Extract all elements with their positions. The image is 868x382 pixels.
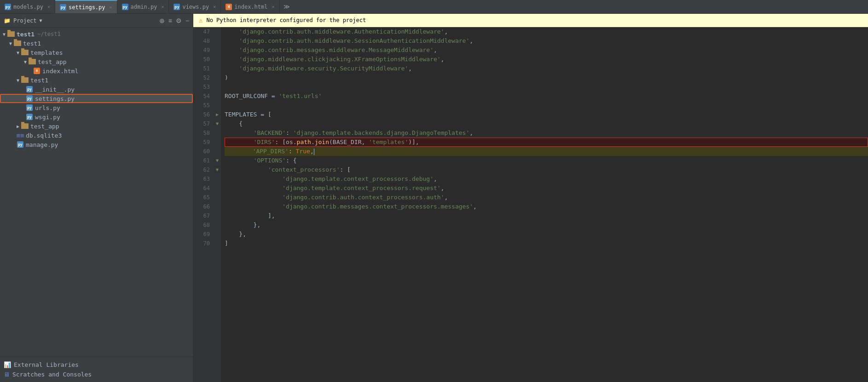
- tab-views[interactable]: py views.py ✕: [169, 0, 221, 13]
- py-file-icon: py: [26, 113, 33, 121]
- code-line-47: 'django.contrib.auth.middleware.Authenti…: [225, 27, 868, 36]
- sidebar-header: 📁 Project ▼ ⊕ ≡ ⚙ −: [0, 14, 193, 28]
- tree-item-urls[interactable]: py urls.py: [0, 103, 193, 112]
- tree-item-test-app[interactable]: ▼ test_app: [0, 57, 193, 66]
- code-area[interactable]: 47 48 49 50 51 52 53 54 55 56 57 58 59 6…: [193, 27, 868, 382]
- tab-models-label: models.py: [13, 4, 43, 10]
- folder-expand-icon: ▶: [17, 124, 19, 129]
- code-gutter: ▶ ▼ ▼ ▼: [214, 27, 221, 382]
- tab-bar: py models.py ✕ py settings.py ✕ py admin…: [0, 0, 868, 14]
- tab-more[interactable]: ≫: [280, 3, 294, 10]
- sidebar-title-label: Project: [13, 17, 37, 24]
- code-content[interactable]: 'django.contrib.auth.middleware.Authenti…: [221, 27, 868, 382]
- py-file-icon: py: [26, 95, 33, 102]
- folder-icon: [21, 76, 29, 84]
- code-line-52: ): [225, 73, 868, 82]
- tab-index-close[interactable]: ✕: [272, 4, 274, 9]
- tree-item-index-html[interactable]: H index.html: [0, 66, 193, 75]
- code-line-54: ROOT_URLCONF = 'test1.urls': [225, 92, 868, 101]
- sidebar-footer: 📊 External Libraries 🖥 Scratches and Con…: [0, 357, 193, 382]
- tab-index[interactable]: H index.html ✕: [221, 0, 279, 13]
- code-line-68: },: [225, 220, 868, 230]
- sidebar-scratches[interactable]: 🖥 Scratches and Consoles: [4, 370, 189, 379]
- tree-item-label: db.sqlite3: [26, 132, 62, 139]
- tree-item-test-app2[interactable]: ▶ test_app: [0, 122, 193, 131]
- tab-admin-label: admin.py: [131, 4, 157, 10]
- tree-item-test1-inner[interactable]: ▼ test1: [0, 75, 193, 85]
- file-tree: ▼ test1 ~/test1 ▼ test1 ▼ templates ▼: [0, 28, 193, 357]
- tab-views-close[interactable]: ✕: [213, 4, 216, 9]
- tab-settings[interactable]: py settings.py ✕: [55, 0, 117, 13]
- tab-models-close[interactable]: ✕: [47, 4, 50, 9]
- sidebar-title[interactable]: 📁 Project ▼: [4, 17, 42, 24]
- code-line-66: 'django.contrib.messages.context_process…: [225, 202, 868, 211]
- tree-item-init[interactable]: py __init__.py: [0, 85, 193, 94]
- code-line-67: ],: [225, 211, 868, 220]
- tree-item-label: test_app: [30, 123, 59, 130]
- scratches-label: Scratches and Consoles: [12, 371, 92, 378]
- folder-expand-icon: ▼: [17, 50, 19, 55]
- code-line-59: 'DIRS': [os.path.join(BASE_DIR, 'templat…: [225, 138, 868, 147]
- tree-item-label: templates: [30, 49, 63, 56]
- code-line-61: 'OPTIONS': {: [225, 156, 868, 165]
- folder-icon: [21, 49, 29, 56]
- tree-item-label: index.html: [42, 68, 78, 75]
- py-file-icon: py: [26, 86, 33, 93]
- tab-settings-label: settings.py: [69, 4, 105, 11]
- tree-item-inner-test1[interactable]: ▼ test1: [0, 39, 193, 48]
- folder-expand-icon: ▼: [3, 32, 6, 37]
- project-icon: 📁: [4, 17, 11, 24]
- tree-item-label: __init__.py: [35, 86, 75, 93]
- html-file-icon: H: [33, 67, 41, 75]
- warning-icon: ⚠: [199, 17, 203, 24]
- code-line-62: 'context_processors': [: [225, 165, 868, 174]
- tree-item-path: ~/test1: [37, 31, 61, 37]
- folder-icon: [14, 40, 21, 47]
- warning-text: No Python interpreter configured for the…: [206, 17, 366, 23]
- folder-expand-icon: ▼: [24, 59, 27, 64]
- code-line-51: 'django.middleware.security.SecurityMidd…: [225, 64, 868, 73]
- tree-item-templates[interactable]: ▼ templates: [0, 48, 193, 57]
- sidebar-actions: ⊕ ≡ ⚙ −: [159, 17, 189, 24]
- bars-icon: 📊: [4, 361, 11, 368]
- close-button[interactable]: −: [185, 17, 189, 24]
- tree-item-db[interactable]: ≡≡ db.sqlite3: [0, 131, 193, 140]
- tab-index-label: index.html: [234, 4, 267, 10]
- tab-settings-close[interactable]: ✕: [110, 5, 112, 10]
- folder-icon: [21, 122, 29, 130]
- code-line-50: 'django.middleware.clickjacking.XFrameOp…: [225, 55, 868, 64]
- tree-item-settings[interactable]: py settings.py: [0, 94, 193, 103]
- folder-expand-icon: ▼: [17, 78, 19, 83]
- chevron-down-icon: ▼: [40, 18, 42, 23]
- tab-models[interactable]: py models.py ✕: [0, 0, 55, 13]
- code-line-60: 'APP_DIRS': True,: [225, 147, 868, 156]
- settings-button[interactable]: ⚙: [176, 17, 182, 24]
- folder-expand-icon: ▼: [9, 41, 12, 46]
- code-line-53: [225, 82, 868, 92]
- code-line-48: 'django.contrib.auth.middleware.SessionA…: [225, 36, 868, 46]
- tree-item-manage[interactable]: py manage.py: [0, 140, 193, 149]
- collapse-button[interactable]: ≡: [168, 17, 172, 24]
- main-area: 📁 Project ▼ ⊕ ≡ ⚙ − ▼ test1 ~/test1: [0, 14, 868, 382]
- py-file-icon: py: [26, 104, 33, 111]
- code-line-70: ]: [225, 239, 868, 248]
- tree-item-wsgi[interactable]: py wsgi.py: [0, 112, 193, 122]
- python-icon: py: [174, 4, 180, 10]
- tree-item-label: test1: [30, 77, 48, 84]
- python-icon: py: [5, 4, 11, 10]
- folder-icon: [29, 58, 36, 65]
- code-line-56: TEMPLATES = [: [225, 110, 868, 119]
- add-file-button[interactable]: ⊕: [159, 17, 165, 24]
- html-icon: H: [226, 4, 232, 10]
- code-line-49: 'django.contrib.messages.middleware.Mess…: [225, 46, 868, 55]
- tree-item-root[interactable]: ▼ test1 ~/test1: [0, 29, 193, 39]
- folder-icon: [7, 30, 15, 38]
- sidebar: 📁 Project ▼ ⊕ ≡ ⚙ − ▼ test1 ~/test1: [0, 14, 193, 382]
- code-line-58: 'BACKEND': 'django.template.backends.dja…: [225, 128, 868, 138]
- tab-admin[interactable]: py admin.py ✕: [117, 0, 169, 13]
- warning-bar: ⚠ No Python interpreter configured for t…: [193, 14, 868, 27]
- tree-item-label: test1: [17, 31, 35, 38]
- tab-admin-close[interactable]: ✕: [161, 4, 164, 9]
- python-icon: py: [60, 4, 66, 11]
- sidebar-external-libraries[interactable]: 📊 External Libraries: [4, 360, 189, 370]
